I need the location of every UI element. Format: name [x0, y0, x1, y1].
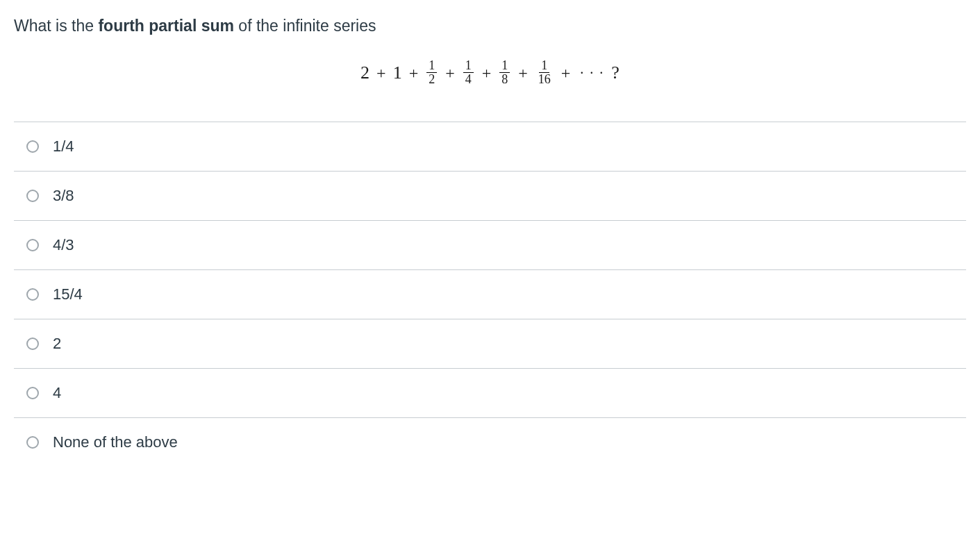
answer-label: 2 — [53, 335, 61, 353]
question-suffix: of the infinite series — [234, 17, 376, 35]
plus-icon: + — [409, 65, 419, 81]
fraction-4: 1 16 — [536, 59, 553, 88]
radio-icon[interactable] — [26, 140, 39, 153]
answer-option-2[interactable]: 3/8 — [14, 171, 966, 220]
radio-icon[interactable] — [26, 288, 39, 301]
fraction-2: 1 4 — [463, 59, 474, 88]
answer-label: 3/8 — [53, 187, 74, 205]
term-1: 2 — [360, 64, 369, 82]
plus-icon: + — [445, 65, 455, 81]
answer-option-6[interactable]: 4 — [14, 368, 966, 417]
answer-option-7[interactable]: None of the above — [14, 417, 966, 467]
plus-icon: + — [561, 65, 571, 81]
radio-icon[interactable] — [26, 436, 39, 449]
answer-label: 4/3 — [53, 236, 74, 254]
question-mark: ? — [611, 64, 620, 82]
answer-option-1[interactable]: 1/4 — [14, 122, 966, 171]
question-text: What is the fourth partial sum of the in… — [14, 14, 966, 38]
ellipsis-icon: · · · — [580, 66, 604, 80]
answer-option-3[interactable]: 4/3 — [14, 220, 966, 269]
question-bold: fourth partial sum — [98, 17, 234, 35]
answer-label: 4 — [53, 384, 61, 402]
answer-label: 1/4 — [53, 138, 74, 156]
answers-list: 1/4 3/8 4/3 15/4 2 4 None of the above — [14, 122, 966, 467]
answer-option-5[interactable]: 2 — [14, 319, 966, 368]
question-container: What is the fourth partial sum of the in… — [0, 0, 980, 467]
question-prefix: What is the — [14, 17, 98, 35]
plus-icon: + — [376, 65, 386, 81]
radio-icon[interactable] — [26, 387, 39, 399]
fraction-1: 1 2 — [426, 59, 437, 88]
term-2: 1 — [393, 64, 402, 82]
plus-icon: + — [518, 65, 528, 81]
answer-option-4[interactable]: 15/4 — [14, 269, 966, 319]
radio-icon[interactable] — [26, 338, 39, 350]
fraction-3: 1 8 — [499, 59, 510, 88]
answer-label: 15/4 — [53, 285, 83, 303]
radio-icon[interactable] — [26, 239, 39, 251]
answer-label: None of the above — [53, 433, 178, 451]
plus-icon: + — [482, 65, 492, 81]
radio-icon[interactable] — [26, 190, 39, 202]
equation-display: 2 + 1 + 1 2 + 1 4 + 1 8 + 1 16 + — [14, 59, 966, 88]
